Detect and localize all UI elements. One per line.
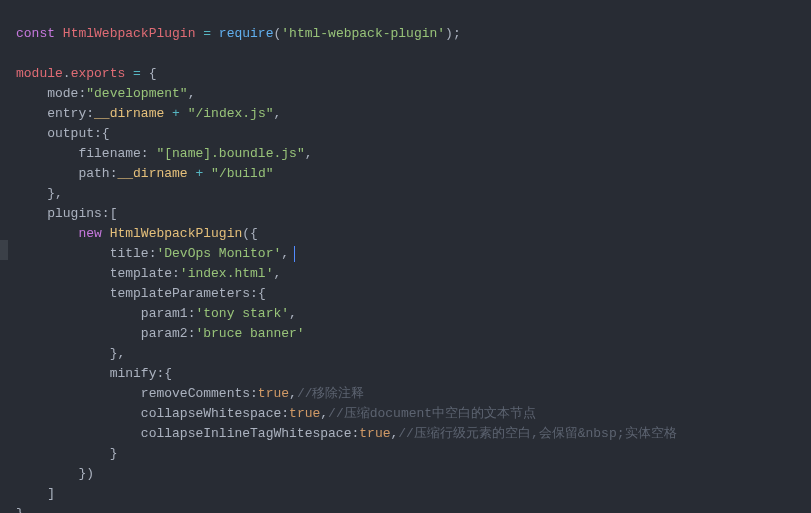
- code-line: }: [16, 446, 117, 461]
- code-line: },: [16, 346, 125, 361]
- code-line: filename: "[name].boundle.js",: [16, 146, 313, 161]
- code-line: template:'index.html',: [16, 266, 281, 281]
- code-line: templateParameters:{: [16, 286, 266, 301]
- code-line: const HtmlWebpackPlugin = require('html-…: [16, 26, 461, 41]
- code-line: plugins:[: [16, 206, 117, 221]
- code-line: path:__dirname + "/build": [16, 166, 274, 181]
- code-line: }: [16, 506, 24, 513]
- code-line: new HtmlWebpackPlugin({: [16, 226, 258, 241]
- text-cursor: [294, 246, 295, 262]
- code-line: module.exports = {: [16, 66, 156, 81]
- code-line: minify:{: [16, 366, 172, 381]
- code-content[interactable]: const HtmlWebpackPlugin = require('html-…: [8, 0, 811, 513]
- code-line: output:{: [16, 126, 110, 141]
- code-line: removeComments:true,//移除注释: [16, 386, 365, 401]
- code-line: collapseWhitespace:true,//压缩document中空白的…: [16, 406, 536, 421]
- code-line: ]: [16, 486, 55, 501]
- code-line: }): [16, 466, 94, 481]
- code-line: entry:__dirname + "/index.js",: [16, 106, 281, 121]
- editor-gutter: [0, 0, 8, 513]
- code-line: param2:'bruce banner': [16, 326, 305, 341]
- code-line: collapseInlineTagWhitespace:true,//压缩行级元…: [16, 426, 677, 441]
- code-line: },: [16, 186, 63, 201]
- code-line: param1:'tony stark',: [16, 306, 297, 321]
- code-editor[interactable]: const HtmlWebpackPlugin = require('html-…: [0, 0, 811, 513]
- code-line: mode:"development",: [16, 86, 195, 101]
- active-line-indicator: [0, 240, 8, 260]
- code-line: title:'DevOps Monitor',: [16, 246, 289, 261]
